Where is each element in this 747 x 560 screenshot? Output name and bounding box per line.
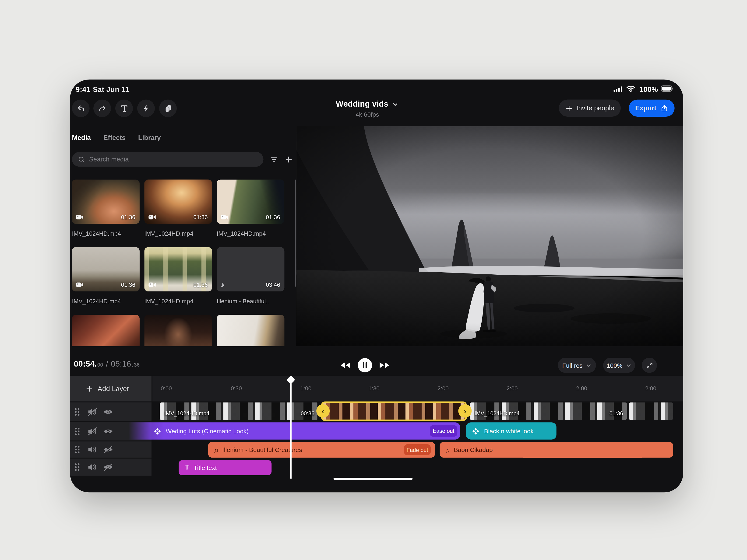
add-layer-button[interactable]: Add Layer	[70, 376, 152, 401]
resolution-dropdown[interactable]: Full res	[558, 358, 596, 373]
music-note-icon: ♫	[213, 446, 218, 454]
tab-library[interactable]: Library	[138, 134, 161, 141]
visibility-off-icon[interactable]	[103, 446, 113, 453]
add-media-icon[interactable]	[285, 156, 292, 163]
invite-people-button[interactable]: Invite people	[559, 100, 621, 117]
media-tile-partial[interactable]	[144, 315, 212, 346]
video-camera-icon	[148, 214, 156, 220]
ease-out-badge: Ease out	[430, 425, 457, 436]
ruler-tick: 0:00	[161, 385, 172, 392]
media-tile[interactable]: 01:36	[72, 180, 139, 224]
quick-actions-button[interactable]	[137, 100, 155, 117]
wifi-icon	[626, 85, 636, 92]
clip-name: IMV_1024HD.mp4	[164, 410, 209, 416]
clip-duration: 00:36	[301, 410, 314, 416]
drag-handle-icon[interactable]	[74, 462, 80, 472]
fullscreen-button[interactable]	[642, 358, 657, 373]
current-time: 00:54.	[74, 359, 97, 369]
fast-forward-button[interactable]	[378, 362, 391, 369]
undo-icon	[76, 104, 86, 113]
mute-icon[interactable]	[87, 427, 98, 436]
timeline-clip-video-1[interactable]: IMV_1024HD.mp4 00:36	[160, 402, 318, 420]
export-button[interactable]: Export	[629, 100, 675, 117]
ruler-tick: 0:30	[231, 385, 242, 392]
project-title: Wedding vids	[336, 100, 388, 109]
total-frames: 36	[134, 362, 139, 368]
tab-effects[interactable]: Effects	[103, 134, 126, 141]
ruler-tick: 1:30	[368, 385, 380, 392]
filter-icon[interactable]	[269, 155, 278, 164]
battery-percent: 100%	[639, 85, 658, 93]
clip-label: Baon Cikadap	[454, 446, 493, 453]
trim-handle-left[interactable]: ‹	[316, 404, 330, 418]
cellular-icon	[613, 86, 623, 92]
timeline-clip-video-3[interactable]	[629, 402, 673, 420]
pause-button[interactable]	[358, 358, 372, 372]
redo-icon	[97, 104, 107, 113]
text-tool-button[interactable]	[115, 100, 133, 117]
lut-icon	[471, 427, 480, 435]
media-tile-partial[interactable]	[217, 315, 285, 346]
mute-icon[interactable]	[87, 407, 98, 417]
timeline-clip-bw-look[interactable]: Black n white look	[466, 422, 557, 439]
layers-button[interactable]	[159, 100, 177, 117]
timeline-clip-title[interactable]: T Title text	[179, 460, 272, 475]
add-layer-label: Add Layer	[98, 385, 129, 393]
video-camera-icon	[148, 282, 156, 288]
music-note-icon: ♪	[221, 281, 224, 289]
playhead[interactable]	[290, 376, 291, 479]
speaker-icon[interactable]	[87, 445, 98, 454]
text-clip-icon: T	[185, 464, 189, 472]
battery-icon	[661, 85, 674, 92]
home-indicator[interactable]	[334, 478, 413, 480]
search-bar[interactable]	[72, 152, 263, 167]
ruler-tick: 2:00	[576, 385, 587, 392]
visibility-icon[interactable]	[103, 408, 113, 416]
media-name: IMV_1024HD.mp4	[72, 231, 141, 237]
zoom-value: 100%	[607, 362, 623, 369]
media-name: IMV_1024HD.mp4	[144, 298, 214, 305]
undo-button[interactable]	[72, 100, 89, 117]
timeline-clip-audio-2[interactable]: ♫ Baon Cikadap	[440, 442, 673, 458]
video-camera-icon	[76, 214, 84, 220]
timeline-clip-lut[interactable]: Weding Luts (Cinematic Look)	[129, 422, 460, 439]
rewind-button[interactable]	[339, 362, 352, 369]
trim-handle-right[interactable]: ›	[458, 404, 471, 418]
media-tile[interactable]: 01:36	[144, 247, 212, 291]
time-separator: /	[106, 360, 108, 368]
video-camera-icon	[221, 214, 229, 220]
video-preview[interactable]	[296, 126, 683, 346]
drag-handle-icon[interactable]	[74, 427, 80, 436]
visibility-icon[interactable]	[103, 428, 113, 435]
timecode: 00:54. 00 / 05:16. 36	[74, 359, 139, 369]
lut-icon	[153, 427, 161, 435]
media-tile-partial[interactable]	[72, 315, 139, 346]
redo-button[interactable]	[93, 100, 111, 117]
media-panel: Media Effects Library 01:36 01:36 01:36 …	[70, 126, 296, 346]
media-name: IMV_1024HD.mp4	[144, 231, 214, 237]
project-title-dropdown[interactable]: Wedding vids	[310, 100, 424, 109]
tab-media[interactable]: Media	[72, 134, 91, 141]
visibility-off-icon[interactable]	[103, 463, 113, 471]
drag-handle-icon[interactable]	[74, 407, 80, 417]
timeline-clip-video-selected[interactable]	[321, 401, 467, 421]
drag-handle-icon[interactable]	[74, 445, 80, 454]
timeline-clip-audio-1[interactable]: ♫ Illenium - Beautiful Creatures	[208, 442, 435, 458]
share-icon	[660, 104, 668, 112]
lightning-icon	[141, 104, 151, 113]
preview-frame	[296, 126, 683, 346]
media-tile[interactable]: 01:36	[72, 247, 139, 291]
media-tile-audio[interactable]: ♪ 03:46	[217, 247, 285, 291]
timeline-ruler[interactable]: 0:00 0:30 1:00 1:30 2:00 2:00 2:00 2:00	[152, 376, 683, 401]
search-icon	[78, 155, 85, 163]
clip-duration: 01:36	[610, 410, 623, 416]
speaker-icon[interactable]	[87, 462, 98, 472]
media-tile[interactable]: 01:36	[144, 180, 212, 224]
ruler-tick: 2:00	[645, 385, 656, 392]
timeline-clip-video-2[interactable]: IMV_1024HD.mp4 01:36	[470, 402, 627, 420]
zoom-dropdown[interactable]: 100%	[603, 358, 635, 373]
media-duration: 01:36	[121, 214, 135, 220]
search-input[interactable]	[89, 156, 258, 163]
layers-icon	[163, 104, 173, 113]
media-tile[interactable]: 01:36	[217, 180, 285, 224]
